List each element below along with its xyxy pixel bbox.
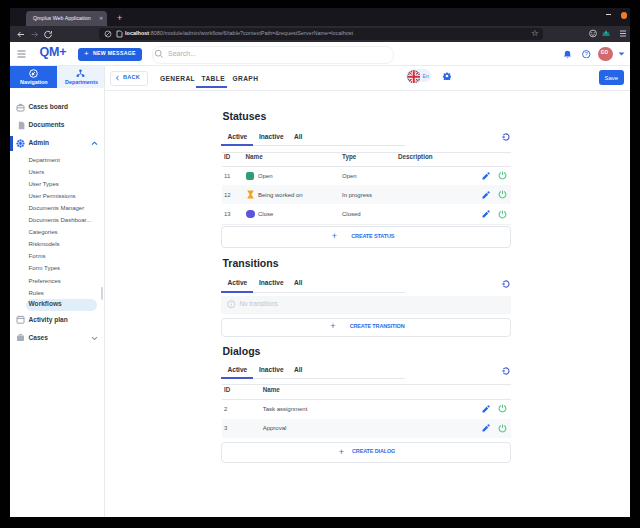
svg-text:?: ? (585, 51, 588, 57)
